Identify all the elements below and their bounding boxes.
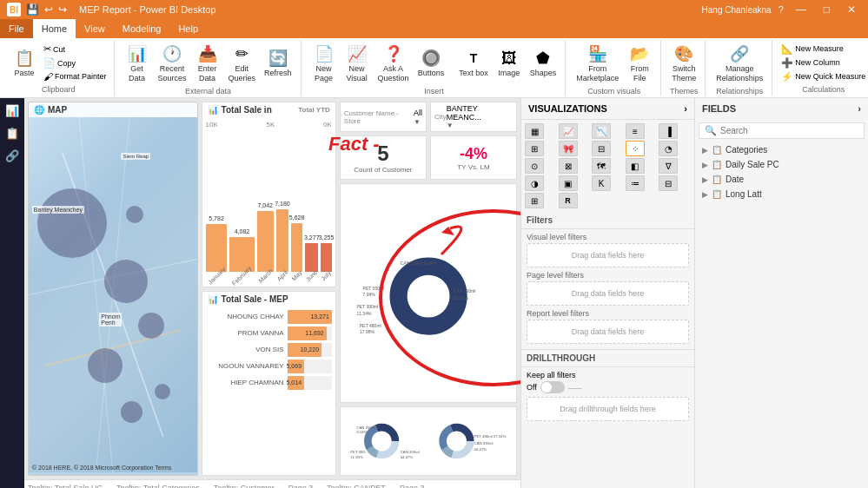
quick-redo[interactable]: ↪ <box>58 3 67 16</box>
minimize-btn[interactable]: — <box>791 3 812 16</box>
vis-icon-table[interactable]: ⊟ <box>659 175 678 191</box>
fields-search-input[interactable] <box>720 126 858 135</box>
city-filter[interactable]: City BANTEY MEANC... ▼ <box>430 102 517 132</box>
nav-report-icon[interactable]: 📊 <box>3 102 21 119</box>
get-data-btn[interactable]: 📊 GetData <box>122 42 153 85</box>
vis-icon-bar[interactable]: ▦ <box>525 123 544 139</box>
map-circle-1[interactable] <box>37 188 107 258</box>
fields-title-arrow[interactable]: › <box>858 103 861 114</box>
mep-row-4[interactable]: NGOUN VANNAREY 5,069 <box>206 359 332 373</box>
bar-jul[interactable]: 3,255 July <box>321 243 331 279</box>
help-icon[interactable]: ? <box>779 4 784 15</box>
map-circle-3[interactable] <box>138 313 164 339</box>
new-measure-btn[interactable]: 📐 New Measure <box>779 43 867 56</box>
vis-icon-area[interactable]: 📉 <box>592 123 611 139</box>
window-controls[interactable]: — □ ✕ <box>791 3 861 16</box>
page-level-drop[interactable]: Drag data fields here <box>527 281 689 306</box>
nav-data-icon[interactable]: 📋 <box>3 124 21 142</box>
tab-view[interactable]: View <box>76 19 114 38</box>
total-sale-visual[interactable]: 📊 Total Sale in Total YTD 10K 5K 0K 5,78… <box>202 102 336 287</box>
vis-icon-stacked[interactable]: ≡ <box>626 123 645 139</box>
paste-btn[interactable]: 📋 Paste <box>9 46 40 80</box>
switch-theme-btn[interactable]: 🎨 SwitchTheme <box>668 42 699 85</box>
field-date[interactable]: ▶ 📋 Date <box>695 172 868 187</box>
vis-icon-combo[interactable]: ⊞ <box>525 141 544 156</box>
mep-row-2[interactable]: PROM VANNA 11,692 <box>206 326 332 340</box>
marketplace-btn[interactable]: 🏪 FromMarketplace <box>573 42 622 85</box>
map-visual[interactable]: 🌐 MAP <box>28 102 198 476</box>
vis-icon-map[interactable]: 🗺 <box>592 158 611 174</box>
fields-search-box[interactable]: 🔍 <box>699 122 865 139</box>
vis-icon-kpi[interactable]: K <box>592 175 611 191</box>
new-column-btn[interactable]: ➕ New Column <box>779 56 867 69</box>
map-circle-2[interactable] <box>104 260 148 303</box>
small-pie-visual[interactable]: CAN 250ml 6.54% PET 390... 11.93% CAN 33… <box>340 406 517 476</box>
vis-icon-funnel[interactable]: ∇ <box>659 158 678 174</box>
mep-row-1[interactable]: NHOUNG CHHAY 13,271 <box>206 310 332 324</box>
field-long-latt[interactable]: ▶ 📋 Long Latt <box>695 187 868 201</box>
close-btn[interactable]: ✕ <box>842 3 861 16</box>
vis-icon-r[interactable]: R <box>559 193 578 208</box>
bar-jun[interactable]: 3,277 June <box>305 243 318 279</box>
vis-icon-pie[interactable]: ◔ <box>659 141 678 156</box>
ask-question-btn[interactable]: ❓ Ask AQuestion <box>374 42 413 85</box>
nav-model-icon[interactable]: 🔗 <box>3 147 21 164</box>
field-daily-sale[interactable]: ▶ 📋 Daily Sale PC <box>695 157 868 172</box>
copy-btn[interactable]: 📄 Copy <box>42 56 109 69</box>
mep-row-3[interactable]: VON SIS 10,220 <box>206 343 332 357</box>
map-circle-4[interactable] <box>88 348 123 383</box>
mep-row-5[interactable]: HIEP CHAMNAN 5,014 <box>206 376 332 390</box>
vis-icon-line[interactable]: 📈 <box>559 123 578 139</box>
field-categories[interactable]: ▶ 📋 Categories <box>695 142 868 157</box>
vis-icon-matrix[interactable]: ⊞ <box>525 193 544 208</box>
edit-queries-btn[interactable]: ✏ EditQueries <box>225 42 260 85</box>
from-file-btn[interactable]: 📂 FromFile <box>624 42 655 85</box>
customer-filter[interactable]: Customer Name - Store All ▼ <box>340 102 427 132</box>
vis-icon-filled-map[interactable]: ◧ <box>626 158 645 174</box>
quick-undo[interactable]: ↩ <box>44 3 53 16</box>
viz-panel-arrow[interactable]: › <box>684 103 687 114</box>
maximize-btn[interactable]: □ <box>818 3 835 16</box>
report-level-drop[interactable]: Drag data fields here <box>527 320 689 344</box>
visual-level-drop[interactable]: Drag data fields here <box>527 243 689 267</box>
tab-home[interactable]: Home <box>33 19 76 38</box>
bar-jan[interactable]: 5,782 January <box>206 224 228 279</box>
kpi-change[interactable]: -4% TY Vs. LM <box>430 135 517 180</box>
tab-file[interactable]: File <box>0 19 33 38</box>
vis-icon-col[interactable]: ▐ <box>659 123 678 139</box>
enter-data-btn[interactable]: 📥 EnterData <box>192 42 223 85</box>
cut-btn[interactable]: ✂ Cut <box>42 43 109 56</box>
format-painter-btn[interactable]: 🖌 Format Painter <box>42 70 109 82</box>
vis-icon-ribbon[interactable]: 🎀 <box>559 141 578 156</box>
bar-may[interactable]: 5,628 May <box>291 223 302 279</box>
drillthrough-drop[interactable]: Drag drillthrough fields here <box>527 397 689 421</box>
textbox-btn[interactable]: T Text box <box>455 46 492 80</box>
image-btn[interactable]: 🖼 Image <box>494 46 525 80</box>
donut-visual[interactable]: CAN 250ml 4.89% PET 550ml 7.99% PET 390m… <box>340 183 517 403</box>
buttons-btn[interactable]: 🔘 Buttons <box>414 46 448 80</box>
vis-icon-donut[interactable]: ⊙ <box>525 158 544 174</box>
toggle-track[interactable] <box>540 381 565 393</box>
new-quick-measure-btn[interactable]: ⚡ New Quick Measure <box>779 70 867 83</box>
tab-modeling[interactable]: Modeling <box>114 19 170 38</box>
quick-save[interactable]: 💾 <box>26 3 39 16</box>
manage-rel-btn[interactable]: 🔗 ManageRelationships <box>712 42 766 85</box>
vis-icon-slicer[interactable]: ≔ <box>626 175 645 191</box>
recent-sources-btn[interactable]: 🕐 RecentSources <box>155 42 190 85</box>
vis-icon-scatter[interactable]: ⁘ <box>626 141 645 156</box>
kpi-count[interactable]: 5 Count of Customer <box>340 135 427 180</box>
shapes-btn[interactable]: ⬟ Shapes <box>527 46 560 80</box>
map-circle-6[interactable] <box>155 384 170 399</box>
bar-feb[interactable]: 4,082 February <box>229 237 254 279</box>
vis-icon-waterfall[interactable]: ⊟ <box>592 141 611 156</box>
new-visual-btn[interactable]: 📈 NewVisual <box>341 42 373 85</box>
bar-apr[interactable]: 7,180 April <box>276 209 288 279</box>
vis-icon-gauge[interactable]: ◑ <box>525 175 544 191</box>
vis-icon-card[interactable]: ▣ <box>559 175 578 191</box>
mep-visual[interactable]: 📊 Total Sale - MEP NHOUNG CHHAY 13,271 <box>202 291 336 477</box>
vis-icon-treemap[interactable]: ⊠ <box>559 158 578 174</box>
refresh-btn[interactable]: 🔄 Refresh <box>261 46 295 80</box>
bar-mar[interactable]: 7,042 March <box>257 211 274 279</box>
tab-help[interactable]: Help <box>169 19 207 38</box>
off-toggle[interactable]: Off —— <box>527 381 689 393</box>
